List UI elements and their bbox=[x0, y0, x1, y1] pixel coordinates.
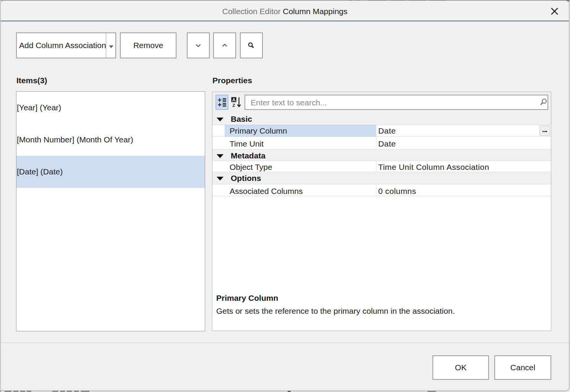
svg-text:A: A bbox=[232, 97, 235, 103]
svg-text:Z: Z bbox=[232, 103, 235, 108]
